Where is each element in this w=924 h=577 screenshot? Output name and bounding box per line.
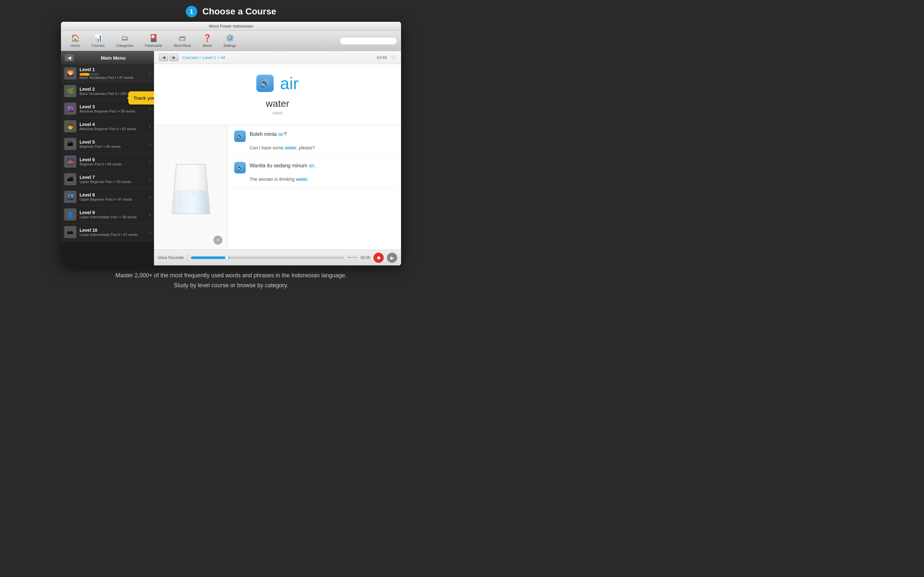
- level-info-4: Level 4Absolute Beginner Part II • 82 wo…: [79, 122, 147, 131]
- content-area: ◀ Main Menu 🌄Level 1Basic Vocabulary Par…: [61, 51, 401, 266]
- level-thumb-9: 👤: [64, 208, 76, 221]
- level-item-6[interactable]: 🌉Level 6Beginner Part II • 99 words›: [61, 153, 154, 171]
- prev-button[interactable]: ◀: [159, 53, 168, 61]
- breadcrumb-link[interactable]: Courses > Level 1 > All: [182, 55, 225, 60]
- level-chevron-8: ›: [149, 194, 151, 199]
- sidebar-list: 🌄Level 1Basic Vocabulary Part I • 87 wor…: [61, 64, 154, 266]
- level-item-8[interactable]: 🌃Level 8Upper Beginner Part II • 97 word…: [61, 188, 154, 206]
- step-badge: 1: [186, 6, 197, 17]
- nav-home[interactable]: 🏠 Home: [65, 33, 86, 49]
- nav-arrows: ◀ ▶: [159, 53, 178, 61]
- recorder-track[interactable]: [191, 256, 344, 259]
- nav-courses[interactable]: 📊 Courses: [86, 33, 110, 49]
- nav-about-label: About: [203, 44, 212, 47]
- word-audio-button[interactable]: 🔊: [256, 75, 274, 92]
- sentences-area: 🔊Boleh minta air?Can I have some water, …: [228, 125, 401, 250]
- nav-about[interactable]: ❓ About: [197, 33, 218, 49]
- image-area: +: [154, 125, 228, 250]
- nav-wordbank[interactable]: 🗃 Word Bank: [168, 33, 197, 49]
- level-item-9[interactable]: 👤Level 9Lower Intermediate Part I • 98 w…: [61, 206, 154, 223]
- level-name-9: Level 9: [79, 210, 147, 215]
- sentence-english-text-1: The woman is drinking water.: [250, 176, 395, 183]
- nav-bar: 🏠 Home 📊 Courses 🗂 Categories 🎴 Flashcar…: [61, 31, 401, 51]
- sidebar-title: Main Menu: [76, 55, 150, 61]
- level-item-10[interactable]: 🏘Level 10Lower Intermediate Part II • 97…: [61, 223, 154, 241]
- breadcrumb: Courses > Level 1 > All: [178, 55, 376, 60]
- level-desc-3: Absolute Beginner Part I • 89 words: [79, 109, 147, 113]
- progress-tooltip: Track your progress: [128, 91, 154, 105]
- level-name-3: Level 3: [79, 104, 147, 109]
- recorder-divider: [187, 255, 188, 261]
- sidebar-back-button[interactable]: ◀: [65, 54, 74, 61]
- level-name-8: Level 8: [79, 192, 147, 197]
- level-item-1[interactable]: 🌄Level 1Basic Vocabulary Part I • 87 wor…: [61, 64, 154, 82]
- recorder-time: 00:00: [360, 255, 370, 260]
- level-progress-bar-1: [79, 73, 99, 76]
- level-item-2[interactable]: 🌿Level 2Basic Vocabulary Part II • 100 w…: [61, 82, 154, 100]
- record-button[interactable]: ⏺: [373, 253, 384, 263]
- nav-categories[interactable]: 🗂 Categories: [110, 33, 139, 49]
- sentence-indonesian-text-0: Boleh minta air?: [250, 131, 287, 138]
- level-info-1: Level 1Basic Vocabulary Part I • 87 word…: [79, 67, 147, 79]
- voice-recorder: Voice Recorder 〜〜 00:00 ⏺ ▶: [154, 250, 401, 266]
- level-info-10: Level 10Lower Intermediate Part II • 97 …: [79, 227, 147, 237]
- level-desc-7: Upper Beginner Part I • 90 words: [79, 180, 147, 184]
- level-thumb-1: 🌄: [64, 67, 76, 79]
- level-chevron-5: ›: [149, 141, 151, 147]
- bottom-section: + 🔊Boleh minta air?Can I have some water…: [154, 125, 401, 250]
- settings-icon: ⚙️: [226, 34, 234, 42]
- level-item-7[interactable]: 🏙Level 7Upper Beginner Part I • 90 words…: [61, 171, 154, 188]
- footer-line1: Master 2,000+ of the most frequently use…: [115, 272, 347, 279]
- nav-settings[interactable]: ⚙️ Settings: [218, 33, 242, 49]
- level-name-4: Level 4: [79, 122, 147, 127]
- footer-line2: Study by level course or browse by categ…: [174, 282, 288, 288]
- next-button[interactable]: ▶: [170, 53, 178, 61]
- nav-flashcards[interactable]: 🎴 Flashcards: [139, 33, 168, 49]
- level-info-8: Level 8Upper Beginner Part II • 97 words: [79, 192, 147, 201]
- level-desc-5: Beginner Part I • 96 words: [79, 145, 147, 148]
- level-name-2: Level 2: [79, 87, 147, 92]
- level-chevron-3: ›: [149, 106, 151, 111]
- sentence-audio-button-0[interactable]: 🔊: [234, 131, 246, 142]
- zoom-button[interactable]: +: [213, 235, 222, 245]
- sentence-english-text-0: Can I have some water, please?: [250, 145, 395, 151]
- nav-wordbank-label: Word Bank: [174, 44, 191, 47]
- level-desc-6: Beginner Part II • 99 words: [79, 162, 147, 166]
- nav-courses-label: Courses: [91, 44, 105, 47]
- home-icon: 🏠: [71, 34, 79, 42]
- main-top-bar: ◀ ▶ Courses > Level 1 > All 42/46 ☆: [154, 51, 401, 64]
- level-chevron-1: ›: [149, 71, 151, 76]
- sidebar: ◀ Main Menu 🌄Level 1Basic Vocabulary Par…: [61, 51, 154, 266]
- level-name-5: Level 5: [79, 139, 147, 145]
- level-chevron-10: ›: [149, 229, 151, 235]
- search-input[interactable]: [339, 37, 397, 45]
- sentence-audio-button-1[interactable]: 🔊: [234, 162, 246, 173]
- page-count: 42/46: [376, 55, 387, 60]
- level-chevron-9: ›: [149, 212, 151, 217]
- level-desc-9: Lower Intermediate Part I • 98 words: [79, 215, 147, 219]
- level-item-5[interactable]: 🏔Level 5Beginner Part I • 96 words›: [61, 135, 154, 153]
- level-item-4[interactable]: 👧Level 4Absolute Beginner Part II • 82 w…: [61, 118, 154, 135]
- level-desc-1: Basic Vocabulary Part I • 87 words: [79, 76, 147, 79]
- level-name-10: Level 10: [79, 227, 147, 233]
- favorite-button[interactable]: ☆: [390, 53, 396, 61]
- level-chevron-7: ›: [149, 177, 151, 182]
- sentence-row-0: 🔊Boleh minta air?: [234, 131, 395, 142]
- level-name-7: Level 7: [79, 175, 147, 180]
- nav-home-label: Home: [71, 44, 80, 47]
- word-english: water: [266, 98, 289, 109]
- sentence-indonesian-text-1: Wanita itu sedang minum air.: [250, 162, 316, 169]
- level-info-7: Level 7Upper Beginner Part I • 90 words: [79, 175, 147, 184]
- title-bar: Word Power Indonesian: [61, 22, 401, 31]
- play-button[interactable]: ▶: [387, 253, 397, 263]
- courses-icon: 📊: [94, 34, 102, 42]
- top-header: 1 Choose a Course: [0, 0, 462, 22]
- word-header: 🔊 air: [256, 74, 299, 93]
- word-area: 🔊 air water noun: [154, 64, 401, 125]
- nav-settings-label: Settings: [223, 44, 236, 47]
- word-part-of-speech: noun: [272, 110, 282, 115]
- recorder-thumb: [225, 256, 229, 259]
- recorder-wave-icon: 〜〜: [347, 255, 357, 261]
- level-thumb-4: 👧: [64, 120, 76, 132]
- categories-icon: 🗂: [121, 34, 128, 42]
